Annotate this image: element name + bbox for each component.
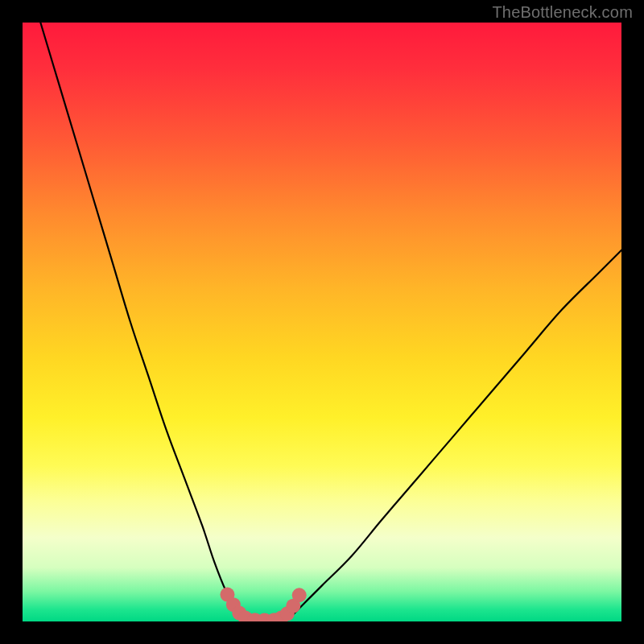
plot-area xyxy=(23,23,621,621)
bottleneck-curve-right xyxy=(286,250,621,620)
chart-frame: TheBottleneck.com xyxy=(0,0,644,644)
bottom-marker xyxy=(292,588,307,602)
bottleneck-curve-left xyxy=(40,23,247,620)
bottom-marker-group xyxy=(220,588,306,621)
watermark-text: TheBottleneck.com xyxy=(492,3,633,22)
curve-layer xyxy=(23,23,621,621)
